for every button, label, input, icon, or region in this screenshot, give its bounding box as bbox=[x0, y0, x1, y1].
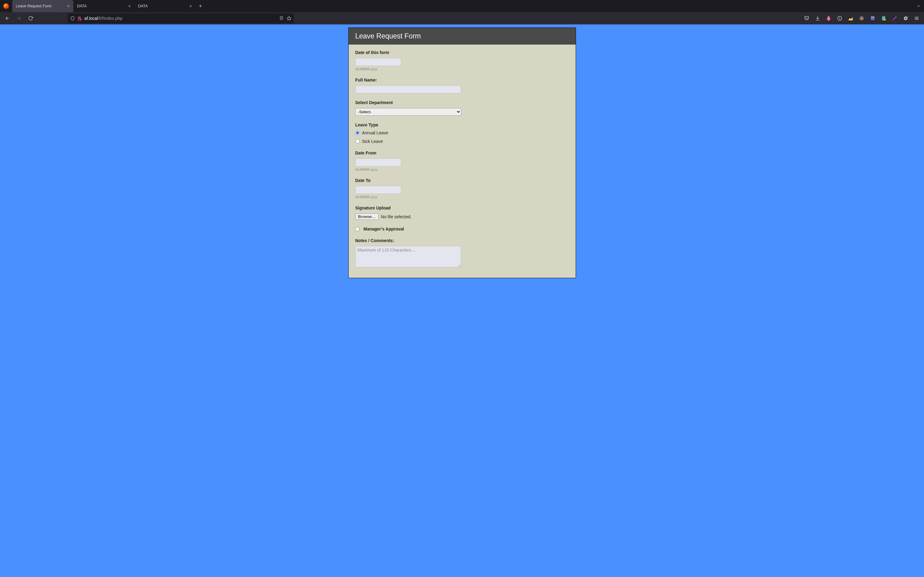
svg-point-16 bbox=[862, 18, 863, 18]
tab-title: DATA bbox=[77, 4, 86, 8]
extension-icon[interactable] bbox=[824, 13, 834, 23]
field-label: Leave Type bbox=[355, 122, 569, 127]
svg-point-13 bbox=[840, 19, 840, 19]
shield-icon[interactable] bbox=[70, 16, 75, 21]
full-name-input[interactable] bbox=[355, 85, 461, 93]
field-signature-upload: Signature Upload Browse… No file selecte… bbox=[355, 205, 569, 220]
field-date-from: Date From dd-MMM-yyyy bbox=[355, 150, 569, 171]
address-bar[interactable]: af.local/lrf/index.php bbox=[68, 13, 294, 23]
tabs-dropdown-button[interactable] bbox=[913, 0, 924, 12]
svg-point-24 bbox=[905, 18, 906, 19]
app-menu-button[interactable] bbox=[912, 13, 922, 23]
browser-titlebar: Leave Request Form × DATA × DATA × + bbox=[0, 0, 924, 12]
radio-label: Annual Leave bbox=[362, 131, 388, 135]
field-date-of-form: Date of this form dd-MMM-yyyy bbox=[355, 50, 569, 71]
bookmark-star-icon[interactable] bbox=[287, 16, 291, 21]
close-icon[interactable]: × bbox=[128, 4, 131, 8]
browser-tab[interactable]: DATA × bbox=[134, 0, 195, 12]
checkbox-label: Manager's Approval bbox=[363, 227, 404, 231]
field-label: Full Name: bbox=[355, 77, 569, 82]
firefox-icon bbox=[0, 0, 12, 12]
back-button[interactable] bbox=[2, 13, 12, 23]
managers-approval-checkbox[interactable] bbox=[355, 227, 359, 231]
extension-icon[interactable] bbox=[901, 13, 911, 23]
date-to-input[interactable] bbox=[355, 186, 401, 194]
field-label: Select Department bbox=[355, 100, 569, 105]
extension-icon[interactable] bbox=[857, 13, 867, 23]
form-title: Leave Request Form bbox=[349, 28, 576, 45]
url-path: /lrf/index.php bbox=[98, 16, 122, 21]
field-label: Date From bbox=[355, 150, 569, 155]
svg-point-22 bbox=[884, 19, 886, 21]
pocket-icon[interactable] bbox=[802, 13, 812, 23]
forward-button[interactable] bbox=[14, 13, 24, 23]
field-full-name: Full Name: bbox=[355, 77, 569, 93]
field-hint: dd-MMM-yyyy bbox=[355, 168, 569, 171]
field-department: Select Department -Select- bbox=[355, 100, 569, 116]
field-label: Date of this form bbox=[355, 50, 569, 55]
browse-button[interactable]: Browse… bbox=[355, 213, 379, 220]
svg-rect-20 bbox=[871, 16, 874, 18]
svg-marker-8 bbox=[287, 16, 291, 20]
field-date-to: Date To dd-MMM-yyyy bbox=[355, 178, 569, 199]
close-icon[interactable]: × bbox=[67, 4, 69, 8]
field-hint: dd-MMM-yyyy bbox=[355, 67, 569, 71]
reload-button[interactable] bbox=[26, 13, 36, 23]
field-leave-type: Leave Type Annual Leave Sick Leave bbox=[355, 122, 569, 144]
date-from-input[interactable] bbox=[355, 158, 401, 166]
form-card: Leave Request Form Date of this form dd-… bbox=[348, 27, 576, 278]
svg-point-17 bbox=[861, 19, 861, 19]
field-managers-approval: Manager's Approval bbox=[355, 227, 569, 231]
extension-icon[interactable] bbox=[890, 13, 900, 23]
browser-tab[interactable]: DATA × bbox=[73, 0, 134, 12]
toolbar-extensions bbox=[802, 13, 922, 23]
page-viewport: Leave Request Form Date of this form dd-… bbox=[0, 24, 924, 577]
close-icon[interactable]: × bbox=[189, 4, 192, 8]
new-tab-button[interactable]: + bbox=[195, 0, 205, 12]
extension-icon[interactable] bbox=[835, 13, 845, 23]
radio-label: Sick Leave bbox=[362, 139, 383, 144]
radio-option[interactable]: Sick Leave bbox=[355, 139, 569, 144]
svg-point-25 bbox=[906, 16, 908, 18]
notes-textarea[interactable] bbox=[355, 246, 461, 268]
downloads-icon[interactable] bbox=[813, 13, 822, 23]
field-label: Signature Upload bbox=[355, 205, 569, 210]
extension-icon[interactable] bbox=[879, 13, 888, 23]
reader-mode-icon[interactable] bbox=[279, 16, 284, 21]
field-notes: Notes / Comments: bbox=[355, 238, 569, 269]
tab-title: Leave Request Form bbox=[16, 4, 52, 8]
department-select[interactable]: -Select- bbox=[355, 108, 461, 116]
field-label: Date To bbox=[355, 178, 569, 183]
browser-toolbar: af.local/lrf/index.php bbox=[0, 12, 924, 24]
file-status-text: No file selected. bbox=[381, 214, 412, 219]
svg-point-14 bbox=[859, 16, 864, 21]
field-label: Notes / Comments: bbox=[355, 238, 569, 243]
svg-point-18 bbox=[862, 19, 863, 19]
svg-point-15 bbox=[861, 18, 861, 18]
field-hint: dd-MMM-yyyy bbox=[355, 195, 569, 199]
extension-icon[interactable] bbox=[868, 13, 877, 23]
url-text: af.local/lrf/index.php bbox=[84, 16, 277, 21]
insecure-lock-icon[interactable] bbox=[77, 16, 82, 21]
radio-annual-leave[interactable] bbox=[355, 131, 360, 135]
tab-title: DATA bbox=[138, 4, 148, 8]
date-of-form-input[interactable] bbox=[355, 58, 401, 66]
radio-option[interactable]: Annual Leave bbox=[355, 131, 569, 135]
url-host: af.local bbox=[84, 16, 98, 21]
radio-sick-leave[interactable] bbox=[355, 139, 360, 143]
extension-icon[interactable] bbox=[846, 13, 856, 23]
browser-tab[interactable]: Leave Request Form × bbox=[12, 0, 73, 12]
